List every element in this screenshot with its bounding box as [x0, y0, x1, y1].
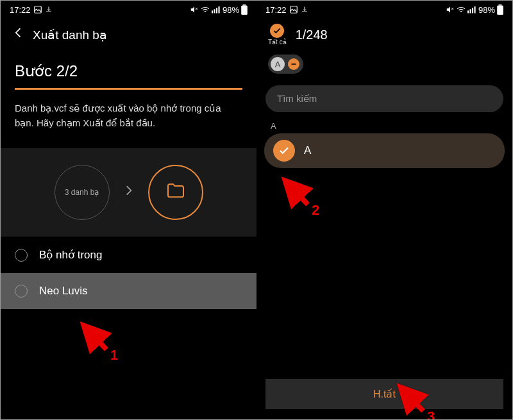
status-battery: 98% [478, 5, 495, 15]
step-section: Bước 2/2 [1, 48, 256, 90]
battery-icon [497, 4, 503, 15]
status-bar: 17:22 98% [1, 1, 256, 17]
contact-name: A [304, 144, 311, 157]
select-all-label: Tất cả [268, 38, 287, 46]
search-placeholder: Tìm kiếm [277, 93, 317, 104]
contact-count: 3 danh bạ [65, 188, 99, 197]
image-icon [289, 5, 298, 14]
image-icon [33, 5, 42, 14]
contact-chip[interactable]: A [268, 55, 303, 74]
check-icon [270, 24, 284, 38]
option-neo-luvis[interactable]: Neo Luvis [1, 273, 256, 309]
status-bar: 17:22 98% [256, 1, 512, 17]
svg-rect-8 [243, 4, 246, 6]
option-label: Neo Luvis [39, 285, 88, 298]
arrow-icon [122, 184, 135, 201]
svg-rect-19 [499, 4, 502, 6]
mute-icon [446, 5, 455, 14]
phone-screen-right: 17:22 98% [256, 1, 512, 419]
signal-icon [212, 6, 221, 13]
remove-icon[interactable] [288, 58, 299, 70]
export-visual: 3 danh bạ [1, 148, 256, 237]
svg-line-10 [83, 325, 106, 349]
section-header: A [256, 119, 512, 133]
signal-icon [467, 6, 476, 13]
page-title: Xuất danh bạ [33, 28, 107, 42]
header: Xuất danh bạ [1, 17, 256, 48]
radio-icon [15, 249, 28, 262]
svg-rect-3 [212, 10, 213, 13]
battery-icon [241, 4, 248, 15]
svg-rect-4 [214, 9, 215, 13]
svg-rect-14 [467, 10, 469, 13]
svg-line-22 [285, 180, 308, 205]
svg-rect-16 [472, 8, 473, 13]
status-battery: 98% [223, 5, 239, 15]
svg-rect-5 [216, 8, 217, 13]
svg-rect-6 [218, 6, 219, 13]
selected-chips: A [256, 52, 512, 80]
selection-header: Tất cả 1/248 [256, 17, 512, 52]
status-time: 17:22 [10, 5, 31, 15]
step-title: Bước 2/2 [15, 62, 242, 80]
folder-icon [165, 181, 186, 204]
option-label: Bộ nhớ trong [39, 248, 102, 262]
done-label: H.tất [373, 389, 396, 399]
svg-rect-17 [474, 6, 475, 13]
svg-rect-7 [241, 6, 248, 15]
wifi-icon [201, 6, 210, 13]
contact-row[interactable]: A [264, 133, 505, 168]
option-internal-storage[interactable]: Bộ nhớ trong [1, 237, 256, 273]
check-icon [273, 140, 295, 162]
phone-screen-left: 17:22 98% Xuấ [1, 1, 256, 419]
select-all-button[interactable]: Tất cả [268, 24, 287, 46]
download-icon [301, 6, 308, 13]
search-input[interactable]: Tìm kiếm [265, 85, 503, 112]
download-icon [45, 6, 53, 13]
annotation-2: 2 [276, 172, 314, 211]
source-circle: 3 danh bạ [55, 165, 110, 220]
svg-rect-15 [469, 9, 471, 13]
selection-counter: 1/248 [296, 28, 328, 42]
radio-icon [15, 285, 28, 298]
wifi-icon [457, 6, 466, 13]
done-button[interactable]: H.tất [265, 379, 503, 409]
instruction-text: Danh bạ.vcf sẽ được xuất vào bộ nhớ tron… [1, 90, 256, 142]
annotation-1: 1 [74, 317, 113, 356]
avatar: A [271, 57, 285, 71]
svg-rect-18 [497, 6, 503, 15]
status-time: 17:22 [265, 5, 287, 15]
mute-icon [190, 5, 199, 14]
back-icon[interactable] [12, 26, 25, 43]
destination-circle[interactable] [148, 165, 203, 220]
